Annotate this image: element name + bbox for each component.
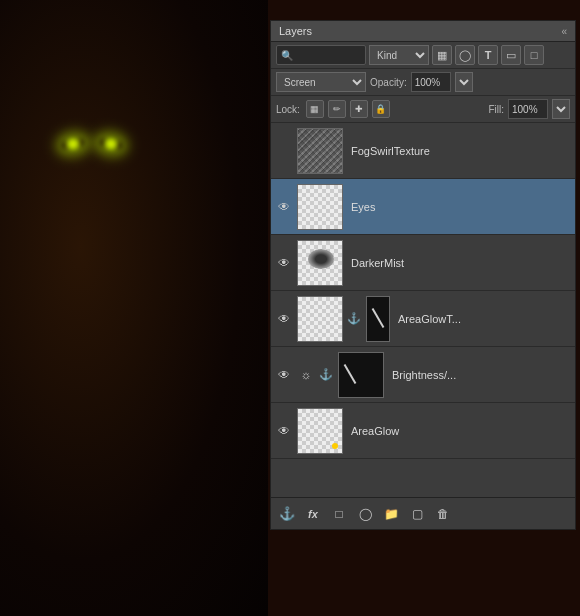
layer-filter-toolbar: 🔍 Kind ▦ ◯ T ▭ □	[271, 42, 575, 69]
layer-chain-icon[interactable]: ⚓	[347, 312, 361, 325]
layer-name-areaglow: AreaGlow	[347, 425, 571, 437]
smart-filter-icon[interactable]: □	[524, 45, 544, 65]
sun-icon: ☼	[301, 368, 312, 382]
layer-row[interactable]: 👁 Eyes	[271, 179, 575, 235]
layer-row[interactable]: 👁 DarkerMist	[271, 235, 575, 291]
panel-title-text: Layers	[279, 25, 312, 37]
new-layer-button[interactable]: ▢	[407, 504, 427, 524]
lock-fill-toolbar: Lock: ▦ ✏ ✚ 🔒 Fill: ▼	[271, 96, 575, 123]
delete-layer-button[interactable]: 🗑	[433, 504, 453, 524]
search-icon: 🔍	[281, 50, 293, 61]
fill-dropdown[interactable]: ▼	[552, 99, 570, 119]
layer-name-brightness: Brightness/...	[388, 369, 571, 381]
shape-filter-icon[interactable]: ▭	[501, 45, 521, 65]
layer-fx-button[interactable]: fx	[303, 504, 323, 524]
new-adjustment-button[interactable]: ◯	[355, 504, 375, 524]
opacity-dropdown[interactable]: ▼	[455, 72, 473, 92]
lock-transparency-btn[interactable]: ▦	[306, 100, 324, 118]
layer-row[interactable]: 👁 ☼ ⚓ Brightness/...	[271, 347, 575, 403]
link-layers-button[interactable]: ⚓	[277, 504, 297, 524]
adjustment-filter-icon[interactable]: ◯	[455, 45, 475, 65]
layer-name-fog: FogSwirlTexture	[347, 145, 571, 157]
visibility-eye-icon[interactable]: 👁	[278, 200, 290, 214]
search-box[interactable]: 🔍	[276, 45, 366, 65]
lock-position-btn[interactable]: ✚	[350, 100, 368, 118]
layer-name-darkermist: DarkerMist	[347, 257, 571, 269]
opacity-input[interactable]	[411, 72, 451, 92]
layer-thumbnail-darkermist	[297, 240, 343, 286]
layers-list: FogSwirlTexture 👁 Eyes 👁 DarkerMist	[271, 123, 575, 497]
panel-collapse-arrows[interactable]: «	[561, 26, 567, 37]
layer-mask-areaglowt	[366, 296, 390, 342]
blend-opacity-toolbar: Screen Opacity: ▼	[271, 69, 575, 96]
fill-label: Fill:	[488, 104, 504, 115]
layer-thumbnail-fog	[297, 128, 343, 174]
layer-name-eyes: Eyes	[347, 201, 571, 213]
layer-thumbnail-eyes	[297, 184, 343, 230]
kind-dropdown[interactable]: Kind	[369, 45, 429, 65]
layer-name-areaglowt: AreaGlowT...	[394, 313, 571, 325]
blend-mode-dropdown[interactable]: Screen	[276, 72, 366, 92]
scene-background	[0, 0, 268, 616]
visibility-eye-icon[interactable]: 👁	[278, 424, 290, 438]
panel-title-bar: Layers «	[271, 21, 575, 42]
layer-row[interactable]: 👁 AreaGlow	[271, 403, 575, 459]
search-input[interactable]	[293, 50, 353, 61]
fill-input[interactable]	[508, 99, 548, 119]
layer-thumbnail-areaglow	[297, 408, 343, 454]
panel-bottom-toolbar: ⚓ fx □ ◯ 📁 ▢ 🗑	[271, 497, 575, 529]
image-filter-icon[interactable]: ▦	[432, 45, 452, 65]
visibility-eye-icon[interactable]: 👁	[278, 312, 290, 326]
layer-visibility-brightness[interactable]: 👁	[275, 368, 293, 382]
layer-thumbnail-areaglowt	[297, 296, 343, 342]
lock-pixels-btn[interactable]: ✏	[328, 100, 346, 118]
layer-mask-brightness	[338, 352, 384, 398]
adjustment-icon: ☼	[297, 366, 315, 384]
layer-row[interactable]: FogSwirlTexture	[271, 123, 575, 179]
layer-visibility-eyes[interactable]: 👁	[275, 200, 293, 214]
layer-row[interactable]: 👁 ⚓ AreaGlowT...	[271, 291, 575, 347]
layer-chain-icon[interactable]: ⚓	[319, 368, 333, 381]
lock-all-btn[interactable]: 🔒	[372, 100, 390, 118]
visibility-eye-icon[interactable]: 👁	[278, 368, 290, 382]
layers-panel: Layers « 🔍 Kind ▦ ◯ T ▭ □ Screen Opacity…	[270, 20, 576, 530]
add-mask-button[interactable]: □	[329, 504, 349, 524]
type-filter-icon[interactable]: T	[478, 45, 498, 65]
layer-visibility-areaglowt[interactable]: 👁	[275, 312, 293, 326]
opacity-label: Opacity:	[370, 77, 407, 88]
new-group-button[interactable]: 📁	[381, 504, 401, 524]
layer-visibility-darkermist[interactable]: 👁	[275, 256, 293, 270]
lock-label: Lock:	[276, 104, 300, 115]
layer-visibility-areaglow[interactable]: 👁	[275, 424, 293, 438]
visibility-eye-icon[interactable]: 👁	[278, 256, 290, 270]
